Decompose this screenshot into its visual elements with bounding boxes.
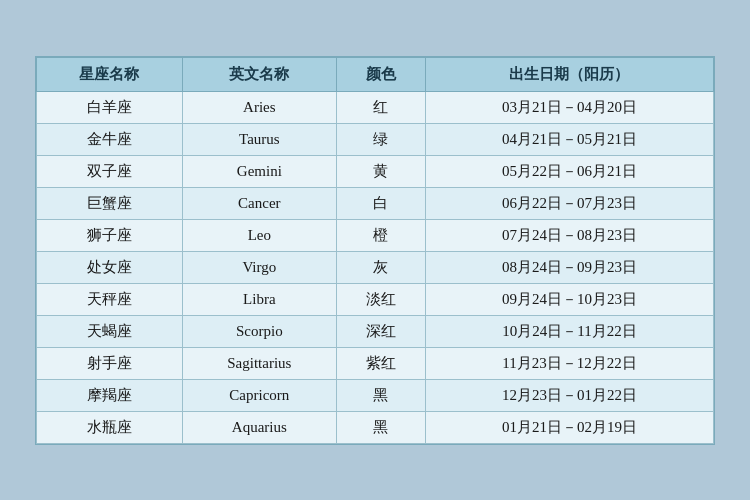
cell-dates: 03月21日－04月20日 bbox=[425, 91, 713, 123]
header-color: 颜色 bbox=[336, 57, 425, 91]
cell-color: 红 bbox=[336, 91, 425, 123]
cell-chinese: 摩羯座 bbox=[37, 379, 183, 411]
table-row: 射手座 Sagittarius 紫红 11月23日－12月22日 bbox=[37, 347, 714, 379]
cell-dates: 11月23日－12月22日 bbox=[425, 347, 713, 379]
cell-chinese: 天蝎座 bbox=[37, 315, 183, 347]
cell-english: Taurus bbox=[182, 123, 336, 155]
cell-color: 黑 bbox=[336, 411, 425, 443]
cell-dates: 04月21日－05月21日 bbox=[425, 123, 713, 155]
cell-chinese: 双子座 bbox=[37, 155, 183, 187]
cell-dates: 10月24日－11月22日 bbox=[425, 315, 713, 347]
cell-chinese: 射手座 bbox=[37, 347, 183, 379]
cell-chinese: 白羊座 bbox=[37, 91, 183, 123]
cell-english: Cancer bbox=[182, 187, 336, 219]
cell-dates: 07月24日－08月23日 bbox=[425, 219, 713, 251]
cell-english: Aries bbox=[182, 91, 336, 123]
cell-color: 黄 bbox=[336, 155, 425, 187]
cell-color: 淡红 bbox=[336, 283, 425, 315]
table-header-row: 星座名称 英文名称 颜色 出生日期（阳历） bbox=[37, 57, 714, 91]
zodiac-table-container: 星座名称 英文名称 颜色 出生日期（阳历） 白羊座 Aries 红 03月21日… bbox=[35, 56, 715, 445]
table-body: 白羊座 Aries 红 03月21日－04月20日 金牛座 Taurus 绿 0… bbox=[37, 91, 714, 443]
cell-english: Virgo bbox=[182, 251, 336, 283]
header-dates: 出生日期（阳历） bbox=[425, 57, 713, 91]
cell-english: Sagittarius bbox=[182, 347, 336, 379]
cell-chinese: 金牛座 bbox=[37, 123, 183, 155]
table-row: 天秤座 Libra 淡红 09月24日－10月23日 bbox=[37, 283, 714, 315]
cell-english: Scorpio bbox=[182, 315, 336, 347]
table-row: 水瓶座 Aquarius 黑 01月21日－02月19日 bbox=[37, 411, 714, 443]
cell-dates: 05月22日－06月21日 bbox=[425, 155, 713, 187]
table-row: 摩羯座 Capricorn 黑 12月23日－01月22日 bbox=[37, 379, 714, 411]
cell-dates: 01月21日－02月19日 bbox=[425, 411, 713, 443]
cell-english: Leo bbox=[182, 219, 336, 251]
cell-dates: 09月24日－10月23日 bbox=[425, 283, 713, 315]
table-row: 天蝎座 Scorpio 深红 10月24日－11月22日 bbox=[37, 315, 714, 347]
cell-chinese: 天秤座 bbox=[37, 283, 183, 315]
cell-english: Gemini bbox=[182, 155, 336, 187]
header-english-name: 英文名称 bbox=[182, 57, 336, 91]
cell-english: Aquarius bbox=[182, 411, 336, 443]
cell-dates: 12月23日－01月22日 bbox=[425, 379, 713, 411]
cell-dates: 06月22日－07月23日 bbox=[425, 187, 713, 219]
table-row: 金牛座 Taurus 绿 04月21日－05月21日 bbox=[37, 123, 714, 155]
cell-chinese: 巨蟹座 bbox=[37, 187, 183, 219]
header-chinese-name: 星座名称 bbox=[37, 57, 183, 91]
cell-dates: 08月24日－09月23日 bbox=[425, 251, 713, 283]
table-row: 巨蟹座 Cancer 白 06月22日－07月23日 bbox=[37, 187, 714, 219]
table-row: 白羊座 Aries 红 03月21日－04月20日 bbox=[37, 91, 714, 123]
cell-color: 黑 bbox=[336, 379, 425, 411]
cell-chinese: 水瓶座 bbox=[37, 411, 183, 443]
cell-chinese: 处女座 bbox=[37, 251, 183, 283]
cell-color: 白 bbox=[336, 187, 425, 219]
cell-color: 灰 bbox=[336, 251, 425, 283]
cell-color: 紫红 bbox=[336, 347, 425, 379]
cell-color: 橙 bbox=[336, 219, 425, 251]
zodiac-table: 星座名称 英文名称 颜色 出生日期（阳历） 白羊座 Aries 红 03月21日… bbox=[36, 57, 714, 444]
table-row: 双子座 Gemini 黄 05月22日－06月21日 bbox=[37, 155, 714, 187]
table-row: 狮子座 Leo 橙 07月24日－08月23日 bbox=[37, 219, 714, 251]
cell-english: Capricorn bbox=[182, 379, 336, 411]
cell-color: 绿 bbox=[336, 123, 425, 155]
cell-color: 深红 bbox=[336, 315, 425, 347]
cell-english: Libra bbox=[182, 283, 336, 315]
cell-chinese: 狮子座 bbox=[37, 219, 183, 251]
table-row: 处女座 Virgo 灰 08月24日－09月23日 bbox=[37, 251, 714, 283]
